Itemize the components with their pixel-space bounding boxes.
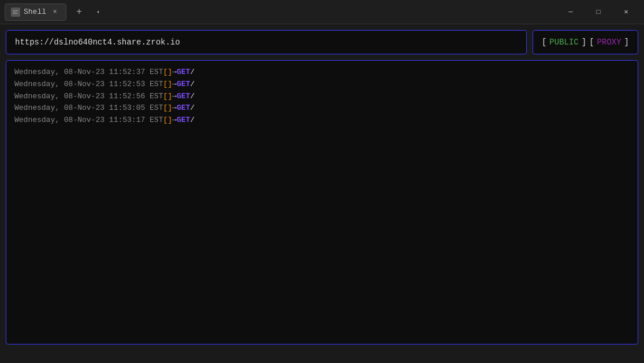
log-path: / xyxy=(190,79,195,91)
log-timestamp: Wednesday, 08-Nov-23 11:52:56 EST xyxy=(14,91,163,103)
log-line: Wednesday, 08-Nov-23 11:53:05 EST [] → G… xyxy=(14,102,630,114)
shell-tab[interactable]: Shell × xyxy=(5,3,66,21)
log-timestamp: Wednesday, 08-Nov-23 11:52:53 EST xyxy=(14,79,163,91)
log-line: Wednesday, 08-Nov-23 11:52:37 EST [] → G… xyxy=(14,66,630,79)
log-line: Wednesday, 08-Nov-23 11:52:53 EST [] → G… xyxy=(14,79,630,91)
public-label: PUBLIC xyxy=(549,38,578,47)
log-arrow: → xyxy=(172,114,177,127)
log-arrow: → xyxy=(172,102,177,114)
log-method: GET xyxy=(177,91,190,103)
terminal[interactable]: Wednesday, 08-Nov-23 11:52:37 EST [] → G… xyxy=(6,60,638,345)
window-controls: — □ ✕ xyxy=(557,3,639,21)
bracket2-close: ] xyxy=(624,38,629,47)
log-timestamp: Wednesday, 08-Nov-23 11:52:37 EST xyxy=(14,66,163,79)
log-bracket-open: [] xyxy=(163,91,172,103)
maximize-button[interactable]: □ xyxy=(585,3,612,21)
log-method: GET xyxy=(177,114,190,127)
shell-tab-icon xyxy=(11,8,20,17)
titlebar-left: Shell × + ▾ xyxy=(5,3,105,21)
shell-tab-label: Shell xyxy=(24,8,46,16)
main-content: https://dslno640nct4.share.zrok.io [ PUB… xyxy=(0,24,644,350)
proxy-label: PROXY xyxy=(597,38,621,47)
log-arrow: → xyxy=(172,91,177,103)
log-bracket-open: [] xyxy=(163,114,172,127)
log-path: / xyxy=(190,114,195,127)
url-text: https://dslno640nct4.share.zrok.io xyxy=(15,38,180,47)
svg-rect-0 xyxy=(13,10,18,11)
log-bracket-open: [] xyxy=(163,102,172,114)
log-method: GET xyxy=(177,79,190,91)
new-tab-button[interactable]: + xyxy=(71,4,87,20)
bracket1-open: [ xyxy=(542,38,546,47)
log-arrow: → xyxy=(172,66,177,79)
url-bar-row: https://dslno640nct4.share.zrok.io [ PUB… xyxy=(6,30,638,54)
bracket2-open: [ xyxy=(589,38,594,47)
log-arrow: → xyxy=(172,79,177,91)
log-path: / xyxy=(190,91,195,103)
tab-close-button[interactable]: × xyxy=(50,7,60,17)
status-badge: [ PUBLIC ] [ PROXY ] xyxy=(533,30,638,54)
log-line: Wednesday, 08-Nov-23 11:53:17 EST [] → G… xyxy=(14,114,630,127)
close-button[interactable]: ✕ xyxy=(613,3,639,21)
log-bracket-open: [] xyxy=(163,66,172,79)
url-bar[interactable]: https://dslno640nct4.share.zrok.io xyxy=(6,30,527,54)
minimize-button[interactable]: — xyxy=(557,3,584,21)
log-method: GET xyxy=(177,102,190,114)
log-timestamp: Wednesday, 08-Nov-23 11:53:17 EST xyxy=(14,114,163,127)
log-method: GET xyxy=(177,66,190,79)
titlebar: Shell × + ▾ — □ ✕ xyxy=(0,0,644,24)
log-path: / xyxy=(190,102,195,114)
log-timestamp: Wednesday, 08-Nov-23 11:53:05 EST xyxy=(14,102,163,114)
log-line: Wednesday, 08-Nov-23 11:52:56 EST [] → G… xyxy=(14,91,630,103)
log-bracket-open: [] xyxy=(163,79,172,91)
tab-dropdown-button[interactable]: ▾ xyxy=(92,4,105,20)
log-path: / xyxy=(190,66,195,79)
svg-rect-2 xyxy=(13,13,18,14)
bracket1-close: ] xyxy=(582,38,586,47)
svg-rect-1 xyxy=(13,12,17,12)
